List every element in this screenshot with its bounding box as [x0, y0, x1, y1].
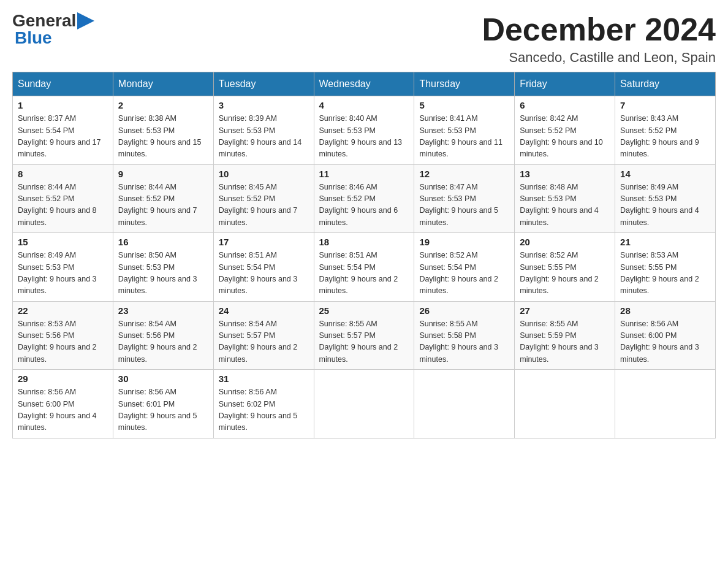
week-row-4: 22 Sunrise: 8:53 AM Sunset: 5:56 PM Dayl…	[13, 301, 716, 370]
calendar-cell	[615, 370, 716, 439]
day-number: 1	[18, 100, 108, 110]
day-number: 20	[520, 237, 610, 247]
logo-general-text: General	[12, 12, 76, 29]
day-number: 2	[118, 100, 208, 110]
day-number: 27	[520, 305, 610, 316]
day-info: Sunrise: 8:46 AM Sunset: 5:52 PM Dayligh…	[319, 182, 409, 229]
day-number: 5	[419, 100, 509, 110]
day-number: 17	[219, 237, 309, 247]
day-info: Sunrise: 8:54 AM Sunset: 5:56 PM Dayligh…	[118, 318, 208, 366]
day-number: 9	[118, 169, 208, 179]
day-number: 14	[620, 169, 710, 179]
day-number: 15	[18, 237, 108, 247]
calendar-cell: 3 Sunrise: 8:39 AM Sunset: 5:53 PM Dayli…	[213, 96, 314, 165]
calendar-cell: 4 Sunrise: 8:40 AM Sunset: 5:53 PM Dayli…	[314, 96, 414, 165]
day-info: Sunrise: 8:44 AM Sunset: 5:52 PM Dayligh…	[118, 182, 208, 229]
day-number: 8	[18, 169, 108, 179]
calendar-cell: 16 Sunrise: 8:50 AM Sunset: 5:53 PM Dayl…	[113, 233, 213, 302]
calendar-cell: 23 Sunrise: 8:54 AM Sunset: 5:56 PM Dayl…	[113, 301, 213, 370]
header-wednesday: Wednesday	[314, 72, 414, 96]
calendar-cell: 22 Sunrise: 8:53 AM Sunset: 5:56 PM Dayl…	[13, 301, 113, 370]
day-info: Sunrise: 8:55 AM Sunset: 5:59 PM Dayligh…	[520, 318, 610, 366]
header-saturday: Saturday	[615, 72, 716, 96]
calendar-cell: 24 Sunrise: 8:54 AM Sunset: 5:57 PM Dayl…	[213, 301, 314, 370]
day-number: 4	[319, 100, 409, 110]
calendar-cell: 12 Sunrise: 8:47 AM Sunset: 5:53 PM Dayl…	[414, 164, 515, 233]
day-number: 7	[620, 100, 710, 110]
day-info: Sunrise: 8:53 AM Sunset: 5:55 PM Dayligh…	[620, 250, 710, 297]
calendar-cell: 11 Sunrise: 8:46 AM Sunset: 5:52 PM Dayl…	[314, 164, 414, 233]
day-number: 25	[319, 305, 409, 316]
day-number: 11	[319, 169, 409, 179]
calendar-cell: 15 Sunrise: 8:49 AM Sunset: 5:53 PM Dayl…	[13, 233, 113, 302]
calendar-cell: 28 Sunrise: 8:56 AM Sunset: 6:00 PM Dayl…	[615, 301, 716, 370]
calendar-cell: 20 Sunrise: 8:52 AM Sunset: 5:55 PM Dayl…	[515, 233, 615, 302]
day-info: Sunrise: 8:56 AM Sunset: 6:02 PM Dayligh…	[219, 386, 309, 434]
title-area: December 2024 Sancedo, Castille and Leon…	[482, 12, 716, 66]
day-number: 23	[118, 305, 208, 316]
week-row-3: 15 Sunrise: 8:49 AM Sunset: 5:53 PM Dayl…	[13, 233, 716, 302]
week-row-2: 8 Sunrise: 8:44 AM Sunset: 5:52 PM Dayli…	[13, 164, 716, 233]
day-number: 21	[620, 237, 710, 247]
day-info: Sunrise: 8:50 AM Sunset: 5:53 PM Dayligh…	[118, 250, 208, 297]
logo-arrow-icon	[77, 12, 94, 29]
calendar-cell	[515, 370, 615, 439]
day-info: Sunrise: 8:41 AM Sunset: 5:53 PM Dayligh…	[419, 113, 509, 161]
month-title: December 2024	[482, 12, 716, 47]
location-subtitle: Sancedo, Castille and Leon, Spain	[482, 50, 716, 66]
day-number: 19	[419, 237, 509, 247]
day-info: Sunrise: 8:56 AM Sunset: 6:01 PM Dayligh…	[118, 386, 208, 434]
week-row-5: 29 Sunrise: 8:56 AM Sunset: 6:00 PM Dayl…	[13, 370, 716, 439]
calendar-cell: 2 Sunrise: 8:38 AM Sunset: 5:53 PM Dayli…	[113, 96, 213, 165]
day-number: 13	[520, 169, 610, 179]
day-info: Sunrise: 8:54 AM Sunset: 5:57 PM Dayligh…	[219, 318, 309, 366]
day-info: Sunrise: 8:37 AM Sunset: 5:54 PM Dayligh…	[18, 113, 108, 161]
calendar-cell: 21 Sunrise: 8:53 AM Sunset: 5:55 PM Dayl…	[615, 233, 716, 302]
header-thursday: Thursday	[414, 72, 515, 96]
calendar-cell: 6 Sunrise: 8:42 AM Sunset: 5:52 PM Dayli…	[515, 96, 615, 165]
day-info: Sunrise: 8:44 AM Sunset: 5:52 PM Dayligh…	[18, 182, 108, 229]
calendar-cell: 14 Sunrise: 8:49 AM Sunset: 5:53 PM Dayl…	[615, 164, 716, 233]
header-friday: Friday	[515, 72, 615, 96]
day-info: Sunrise: 8:51 AM Sunset: 5:54 PM Dayligh…	[219, 250, 309, 297]
day-info: Sunrise: 8:45 AM Sunset: 5:52 PM Dayligh…	[219, 182, 309, 229]
day-info: Sunrise: 8:49 AM Sunset: 5:53 PM Dayligh…	[620, 182, 710, 229]
logo: General Blue	[12, 12, 94, 47]
day-info: Sunrise: 8:48 AM Sunset: 5:53 PM Dayligh…	[520, 182, 610, 229]
day-info: Sunrise: 8:53 AM Sunset: 5:56 PM Dayligh…	[18, 318, 108, 366]
calendar-cell: 7 Sunrise: 8:43 AM Sunset: 5:52 PM Dayli…	[615, 96, 716, 165]
day-info: Sunrise: 8:52 AM Sunset: 5:55 PM Dayligh…	[520, 250, 610, 297]
day-info: Sunrise: 8:43 AM Sunset: 5:52 PM Dayligh…	[620, 113, 710, 161]
header-monday: Monday	[113, 72, 213, 96]
page-header: General Blue December 2024 Sancedo, Cast…	[12, 12, 716, 66]
logo-blue-text: Blue	[15, 29, 52, 47]
day-info: Sunrise: 8:56 AM Sunset: 6:00 PM Dayligh…	[620, 318, 710, 366]
day-info: Sunrise: 8:42 AM Sunset: 5:52 PM Dayligh…	[520, 113, 610, 161]
header-sunday: Sunday	[13, 72, 113, 96]
calendar-cell: 19 Sunrise: 8:52 AM Sunset: 5:54 PM Dayl…	[414, 233, 515, 302]
day-number: 12	[419, 169, 509, 179]
calendar-table: SundayMondayTuesdayWednesdayThursdayFrid…	[12, 72, 716, 439]
calendar-cell: 26 Sunrise: 8:55 AM Sunset: 5:58 PM Dayl…	[414, 301, 515, 370]
calendar-cell: 5 Sunrise: 8:41 AM Sunset: 5:53 PM Dayli…	[414, 96, 515, 165]
day-number: 24	[219, 305, 309, 316]
day-info: Sunrise: 8:56 AM Sunset: 6:00 PM Dayligh…	[18, 386, 108, 434]
svg-marker-0	[77, 12, 94, 29]
day-number: 6	[520, 100, 610, 110]
day-number: 22	[18, 305, 108, 316]
calendar-cell: 8 Sunrise: 8:44 AM Sunset: 5:52 PM Dayli…	[13, 164, 113, 233]
day-info: Sunrise: 8:47 AM Sunset: 5:53 PM Dayligh…	[419, 182, 509, 229]
week-row-1: 1 Sunrise: 8:37 AM Sunset: 5:54 PM Dayli…	[13, 96, 716, 165]
calendar-cell: 10 Sunrise: 8:45 AM Sunset: 5:52 PM Dayl…	[213, 164, 314, 233]
day-info: Sunrise: 8:55 AM Sunset: 5:58 PM Dayligh…	[419, 318, 509, 366]
day-number: 16	[118, 237, 208, 247]
day-number: 28	[620, 305, 710, 316]
day-number: 10	[219, 169, 309, 179]
calendar-header-row: SundayMondayTuesdayWednesdayThursdayFrid…	[13, 72, 716, 96]
day-info: Sunrise: 8:55 AM Sunset: 5:57 PM Dayligh…	[319, 318, 409, 366]
day-number: 31	[219, 373, 309, 384]
calendar-cell: 31 Sunrise: 8:56 AM Sunset: 6:02 PM Dayl…	[213, 370, 314, 439]
day-number: 30	[118, 373, 208, 384]
day-number: 29	[18, 373, 108, 384]
calendar-cell: 18 Sunrise: 8:51 AM Sunset: 5:54 PM Dayl…	[314, 233, 414, 302]
